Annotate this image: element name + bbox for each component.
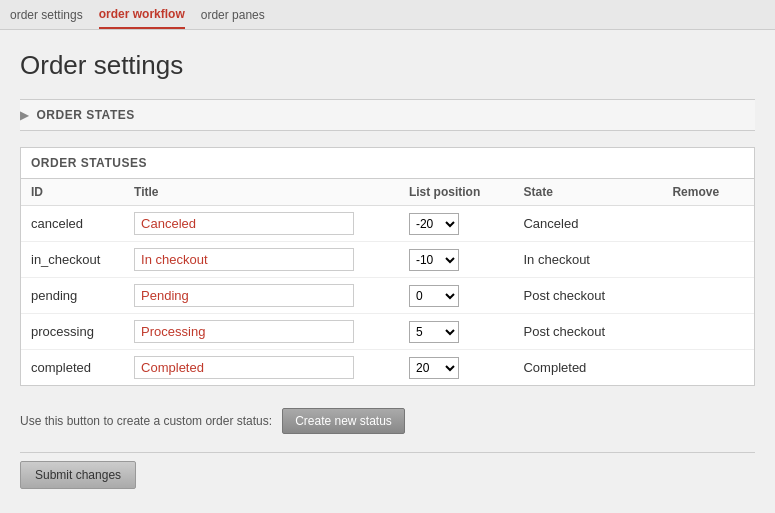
col-header-title: Title bbox=[124, 179, 399, 206]
status-remove-canceled bbox=[662, 206, 754, 242]
status-title-cell-canceled bbox=[124, 206, 399, 242]
status-position-cell-in_checkout: -20-10052030 bbox=[399, 242, 514, 278]
status-position-cell-completed: -20-10052030 bbox=[399, 350, 514, 386]
col-header-state: State bbox=[513, 179, 662, 206]
table-row: completed-20-10052030Completed bbox=[21, 350, 754, 386]
page-title: Order settings bbox=[20, 50, 755, 81]
status-state-processing: Post checkout bbox=[513, 314, 662, 350]
status-position-select-processing[interactable]: -20-10052030 bbox=[409, 321, 459, 343]
status-title-cell-completed bbox=[124, 350, 399, 386]
status-title-input-pending[interactable] bbox=[134, 284, 354, 307]
col-header-list-position: List position bbox=[399, 179, 514, 206]
status-position-select-canceled[interactable]: -20-10052030 bbox=[409, 213, 459, 235]
order-states-section[interactable]: ▶ ORDER STATES bbox=[20, 99, 755, 131]
top-nav: order settings order workflow order pane… bbox=[0, 0, 775, 30]
status-state-in_checkout: In checkout bbox=[513, 242, 662, 278]
status-id-completed: completed bbox=[21, 350, 124, 386]
status-title-cell-processing bbox=[124, 314, 399, 350]
page-content: Order settings ▶ ORDER STATES ORDER STAT… bbox=[0, 30, 775, 507]
submit-changes-button[interactable]: Submit changes bbox=[20, 461, 136, 489]
order-statuses-title: ORDER STATUSES bbox=[21, 148, 754, 179]
status-title-input-completed[interactable] bbox=[134, 356, 354, 379]
table-row: processing-20-10052030Post checkout bbox=[21, 314, 754, 350]
status-id-canceled: canceled bbox=[21, 206, 124, 242]
status-title-input-canceled[interactable] bbox=[134, 212, 354, 235]
status-title-input-processing[interactable] bbox=[134, 320, 354, 343]
status-position-select-completed[interactable]: -20-10052030 bbox=[409, 357, 459, 379]
status-id-processing: processing bbox=[21, 314, 124, 350]
create-status-bar: Use this button to create a custom order… bbox=[20, 400, 755, 442]
table-header-row: ID Title List position State Remove bbox=[21, 179, 754, 206]
status-title-cell-in_checkout bbox=[124, 242, 399, 278]
status-remove-pending bbox=[662, 278, 754, 314]
status-position-cell-pending: -20-10052030 bbox=[399, 278, 514, 314]
create-status-label: Use this button to create a custom order… bbox=[20, 414, 272, 428]
nav-order-settings[interactable]: order settings bbox=[10, 2, 83, 28]
table-row: in_checkout-20-10052030In checkout bbox=[21, 242, 754, 278]
table-row: canceled-20-10052030Canceled bbox=[21, 206, 754, 242]
status-position-select-in_checkout[interactable]: -20-10052030 bbox=[409, 249, 459, 271]
status-state-canceled: Canceled bbox=[513, 206, 662, 242]
status-table: ID Title List position State Remove canc… bbox=[21, 179, 754, 385]
status-title-cell-pending bbox=[124, 278, 399, 314]
order-statuses-section: ORDER STATUSES ID Title List position St… bbox=[20, 147, 755, 386]
arrow-icon: ▶ bbox=[20, 109, 29, 122]
submit-bar: Submit changes bbox=[20, 452, 755, 497]
status-position-cell-processing: -20-10052030 bbox=[399, 314, 514, 350]
status-state-pending: Post checkout bbox=[513, 278, 662, 314]
create-new-status-button[interactable]: Create new status bbox=[282, 408, 405, 434]
status-remove-processing bbox=[662, 314, 754, 350]
status-remove-in_checkout bbox=[662, 242, 754, 278]
col-header-remove: Remove bbox=[662, 179, 754, 206]
status-position-select-pending[interactable]: -20-10052030 bbox=[409, 285, 459, 307]
status-state-completed: Completed bbox=[513, 350, 662, 386]
table-row: pending-20-10052030Post checkout bbox=[21, 278, 754, 314]
status-title-input-in_checkout[interactable] bbox=[134, 248, 354, 271]
nav-order-panes[interactable]: order panes bbox=[201, 2, 265, 28]
nav-order-workflow[interactable]: order workflow bbox=[99, 1, 185, 29]
col-header-id: ID bbox=[21, 179, 124, 206]
status-id-pending: pending bbox=[21, 278, 124, 314]
status-remove-completed bbox=[662, 350, 754, 386]
status-id-in_checkout: in_checkout bbox=[21, 242, 124, 278]
status-position-cell-canceled: -20-10052030 bbox=[399, 206, 514, 242]
order-states-label: ORDER STATES bbox=[37, 108, 135, 122]
